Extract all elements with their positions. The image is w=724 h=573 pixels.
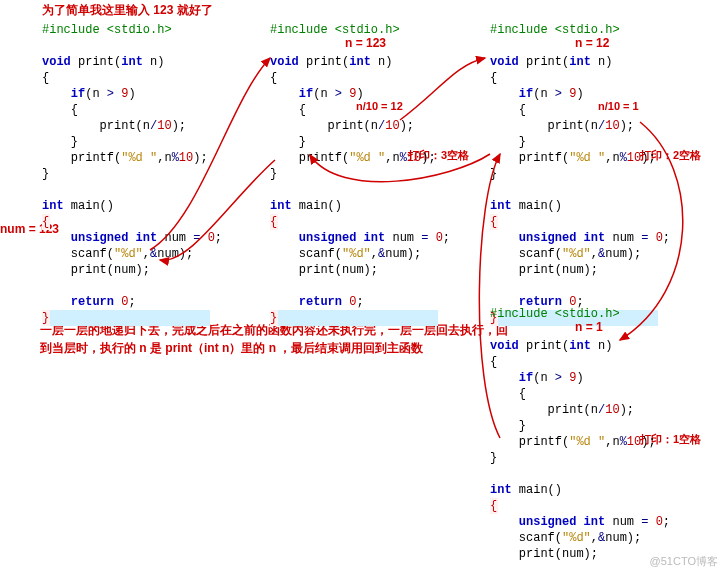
code-panel-2: #include <stdio.h> void print(int n) { i… bbox=[270, 22, 450, 326]
kw-int-main-4: int bbox=[490, 483, 512, 497]
code-panel-1: #include <stdio.h> void print(int n) { i… bbox=[42, 22, 222, 326]
brace-close-3: } bbox=[490, 167, 497, 181]
param-n-3: n) bbox=[591, 55, 613, 69]
main-open-4: { bbox=[490, 498, 498, 514]
main-close-2: } bbox=[270, 310, 278, 326]
kw-void: void bbox=[42, 55, 71, 69]
watermark: @51CTO博客 bbox=[650, 554, 718, 569]
decl-line: unsigned int num = 0; bbox=[42, 231, 222, 245]
kw-int-main-2: int bbox=[270, 199, 292, 213]
if-open-2: { bbox=[270, 103, 306, 117]
scanf-line: scanf("%d",&num); bbox=[42, 247, 193, 261]
main-sig-3: main() bbox=[512, 199, 562, 213]
param-n-2: n) bbox=[371, 55, 393, 69]
main-sig: main() bbox=[64, 199, 114, 213]
if-close: } bbox=[42, 135, 78, 149]
include-3: #include <stdio.h> bbox=[490, 23, 620, 37]
call-print-num-4: print(num); bbox=[490, 547, 598, 561]
if-close-2: } bbox=[270, 135, 306, 149]
if-line-3: if(n > 9) bbox=[490, 87, 584, 101]
include-2: #include <stdio.h> bbox=[270, 23, 400, 37]
call-print-num-2: print(num); bbox=[270, 263, 378, 277]
param-n: n) bbox=[143, 55, 165, 69]
decl-line-3: unsigned int num = 0; bbox=[490, 231, 670, 245]
code-panel-4: #include <stdio.h> void print(int n) { i… bbox=[490, 306, 670, 573]
include-1: #include <stdio.h> bbox=[42, 23, 172, 37]
kw-int: int bbox=[121, 55, 143, 69]
recursive-call-4: print(n/10); bbox=[490, 403, 634, 417]
if-open-4: { bbox=[490, 387, 526, 401]
if-open-3: { bbox=[490, 103, 526, 117]
main-open-3: { bbox=[490, 214, 498, 230]
kw-int-main-3: int bbox=[490, 199, 512, 213]
call-print-num: print(num); bbox=[42, 263, 150, 277]
fn-print: print( bbox=[71, 55, 121, 69]
return-line: return 0; bbox=[42, 295, 136, 309]
call-print-num-3: print(num); bbox=[490, 263, 598, 277]
if-line-4: if(n > 9) bbox=[490, 371, 584, 385]
scanf-line-4: scanf("%d",&num); bbox=[490, 531, 641, 545]
printf-line-4: printf("%d ",n%10); bbox=[490, 435, 656, 449]
kw-void-2: void bbox=[270, 55, 299, 69]
fn-print-2: print( bbox=[299, 55, 349, 69]
kw-int-2: int bbox=[349, 55, 371, 69]
main-open-2: { bbox=[270, 214, 278, 230]
recursive-call-2: print(n/10); bbox=[270, 119, 414, 133]
brace-close: } bbox=[42, 167, 49, 181]
kw-int-3: int bbox=[569, 55, 591, 69]
main-sig-4: main() bbox=[512, 483, 562, 497]
main-sig-2: main() bbox=[292, 199, 342, 213]
if-close-4: } bbox=[490, 419, 526, 433]
param-n-4: n) bbox=[591, 339, 613, 353]
kw-int-main: int bbox=[42, 199, 64, 213]
brace-open-4: { bbox=[490, 355, 497, 369]
if-line: if(n > 9) bbox=[42, 87, 136, 101]
note-top: 为了简单我这里输入 123 就好了 bbox=[42, 2, 213, 19]
brace-open-3: { bbox=[490, 71, 497, 85]
main-close: } bbox=[42, 310, 50, 326]
brace-open: { bbox=[42, 71, 49, 85]
brace-close-2: } bbox=[270, 167, 277, 181]
code-panel-3: #include <stdio.h> void print(int n) { i… bbox=[490, 22, 670, 326]
if-close-3: } bbox=[490, 135, 526, 149]
include-4: #include <stdio.h> bbox=[490, 307, 620, 321]
brace-open-2: { bbox=[270, 71, 277, 85]
main-open: { bbox=[42, 214, 50, 230]
kw-void-4: void bbox=[490, 339, 519, 353]
return-line-2: return 0; bbox=[270, 295, 364, 309]
recursive-call-3: print(n/10); bbox=[490, 119, 634, 133]
kw-int-4: int bbox=[569, 339, 591, 353]
if-open: { bbox=[42, 103, 78, 117]
note-explain-2: 到当层时，执行的 n 是 print（int n）里的 n ，最后结束调用回到主… bbox=[40, 340, 423, 357]
recursive-call: print(n/10); bbox=[42, 119, 186, 133]
fn-print-3: print( bbox=[519, 55, 569, 69]
decl-line-2: unsigned int num = 0; bbox=[270, 231, 450, 245]
printf-line-2: printf("%d ",n%10); bbox=[270, 151, 436, 165]
fn-print-4: print( bbox=[519, 339, 569, 353]
printf-line: printf("%d ",n%10); bbox=[42, 151, 208, 165]
printf-line-3: printf("%d ",n%10); bbox=[490, 151, 656, 165]
brace-close-4: } bbox=[490, 451, 497, 465]
kw-void-3: void bbox=[490, 55, 519, 69]
decl-line-4: unsigned int num = 0; bbox=[490, 515, 670, 529]
scanf-line-2: scanf("%d",&num); bbox=[270, 247, 421, 261]
if-line-2: if(n > 9) bbox=[270, 87, 364, 101]
scanf-line-3: scanf("%d",&num); bbox=[490, 247, 641, 261]
